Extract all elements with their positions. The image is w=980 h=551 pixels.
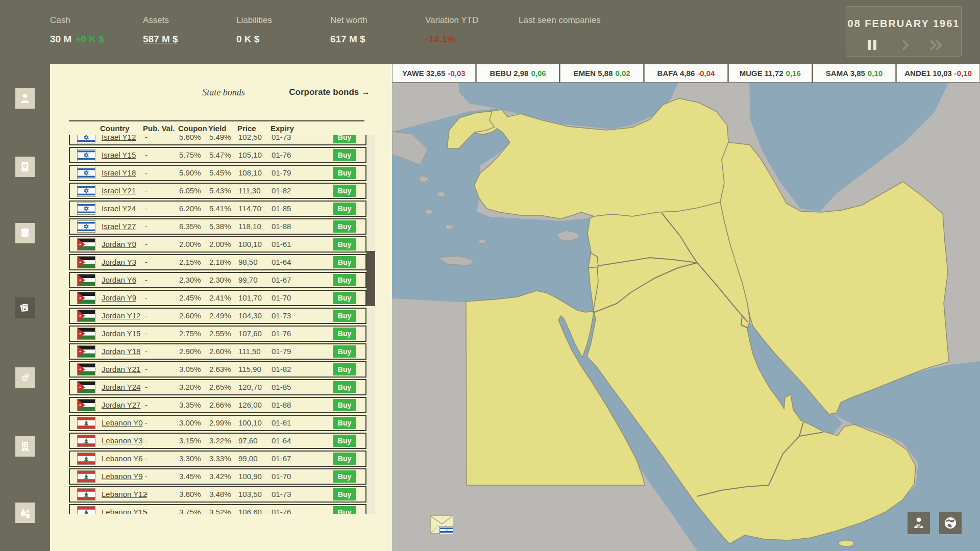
bond-price: 97,60	[238, 434, 258, 448]
bond-price: 108,10	[238, 166, 262, 180]
ticker-change: 0,02	[616, 69, 630, 78]
buy-button[interactable]: Buy	[333, 310, 356, 322]
buy-button[interactable]: Buy	[333, 203, 356, 215]
buy-button[interactable]: Buy	[333, 185, 356, 197]
stat-label: Last seen companies	[519, 15, 601, 26]
bond-country-link[interactable]: Jordan Y3	[102, 255, 136, 269]
bond-price: 105,10	[238, 148, 262, 162]
bond-country-link[interactable]: Jordan Y21	[102, 362, 140, 377]
bond-country-link[interactable]: Jordan Y12	[102, 309, 140, 323]
buy-button[interactable]: Buy	[333, 292, 356, 304]
bond-coupon: 2.45%	[179, 291, 201, 305]
ticker-emen[interactable]: EMEN 5,880,02	[560, 64, 644, 83]
bond-price: 101,70	[238, 291, 262, 305]
buy-button[interactable]: Buy	[333, 506, 356, 514]
bond-pubval: -	[145, 452, 148, 466]
buy-button[interactable]: Buy	[333, 167, 356, 179]
ticker-muge[interactable]: MUGE 11,720,16	[728, 64, 812, 83]
sidebar-item-passport[interactable]	[15, 157, 35, 177]
middle-east-map[interactable]	[392, 83, 980, 551]
buy-button[interactable]: Buy	[333, 381, 356, 393]
buy-button[interactable]: Buy	[333, 256, 356, 268]
sidebar-item-documents[interactable]	[15, 297, 35, 318]
sidebar-item-oil-money[interactable]: $	[15, 503, 35, 523]
bond-country-link[interactable]: Lebanon Y15	[102, 505, 147, 514]
bond-country-link[interactable]: Jordan Y27	[102, 398, 140, 412]
stat-value[interactable]: 587 M $	[143, 34, 178, 45]
bond-expiry: 01-79	[272, 344, 291, 359]
buy-button[interactable]: Buy	[333, 135, 356, 143]
bond-country-link[interactable]: Jordan Y24	[102, 380, 140, 394]
scrollbar-track[interactable]	[366, 135, 375, 514]
buy-button[interactable]: Buy	[333, 399, 356, 411]
buy-button[interactable]: Buy	[333, 220, 356, 233]
bond-country-link[interactable]: Jordan Y9	[102, 291, 136, 305]
bond-expiry: 01-64	[272, 255, 291, 269]
bond-country-link[interactable]: Israel Y18	[102, 166, 136, 180]
buy-button[interactable]: Buy	[333, 328, 356, 340]
investor-mode-button[interactable]: $	[908, 512, 930, 534]
bond-country-link[interactable]: Israel Y24	[102, 202, 136, 216]
jordan-flag-icon	[77, 256, 95, 268]
corporate-bonds-link[interactable]: Corporate bonds →	[289, 87, 370, 97]
bond-country-link[interactable]: Jordan Y15	[102, 327, 140, 341]
jordan-flag-icon	[77, 292, 95, 304]
ticker-change: -0,03	[448, 69, 465, 78]
israel-flag-badge[interactable]: ✡	[439, 526, 453, 534]
stat-value: 30 M+0 K $	[50, 34, 104, 45]
bond-country-link[interactable]: Israel Y15	[102, 148, 136, 162]
play-button[interactable]	[893, 38, 914, 52]
buy-button[interactable]: Buy	[333, 238, 356, 251]
ticker-ande1[interactable]: ANDE1 10,03-0,10	[896, 64, 980, 83]
bond-pubval: -	[145, 219, 148, 234]
lebanon-flag-icon	[77, 435, 95, 447]
buy-button[interactable]: Buy	[333, 488, 356, 500]
ticker-bebu[interactable]: BEBU 2,980,06	[476, 64, 560, 83]
bond-country-link[interactable]: Jordan Y6	[102, 273, 136, 287]
buy-button[interactable]: Buy	[333, 435, 356, 447]
buy-button[interactable]: Buy	[333, 345, 356, 358]
bond-country-link[interactable]: Lebanon Y3	[102, 434, 143, 448]
lebanon-flag-icon	[77, 506, 95, 514]
bond-coupon: 3.15%	[179, 434, 201, 448]
bond-pubval: -	[145, 327, 148, 341]
bond-country-link[interactable]: Lebanon Y9	[102, 469, 143, 484]
bond-pubval: -	[145, 291, 148, 305]
ticker-bafa[interactable]: BAFA 4,86-0,04	[644, 64, 728, 83]
bond-country-link[interactable]: Israel Y21	[102, 184, 136, 198]
bond-country-link[interactable]: Lebanon Y0	[102, 416, 143, 430]
buy-button[interactable]: Buy	[333, 417, 356, 429]
fast-forward-button[interactable]	[924, 38, 944, 52]
buy-button[interactable]: Buy	[333, 149, 356, 161]
buy-button[interactable]: Buy	[333, 470, 356, 483]
buy-button[interactable]: Buy	[333, 453, 356, 465]
scrollbar-thumb[interactable]	[366, 251, 375, 306]
stat-delta: +0 K $	[75, 34, 104, 44]
bond-country-link[interactable]: Israel Y27	[102, 219, 136, 234]
bond-country-link[interactable]: Lebanon Y12	[102, 487, 147, 502]
bond-coupon: 3.30%	[179, 452, 201, 466]
buy-button[interactable]: Buy	[333, 274, 356, 286]
bond-yield: 2.00%	[209, 237, 231, 252]
star-of-david-icon: ✡	[445, 529, 448, 532]
bond-country-link[interactable]: Israel Y12	[102, 135, 136, 144]
sidebar-item-person[interactable]	[15, 88, 35, 109]
bond-country-link[interactable]: Lebanon Y6	[102, 452, 143, 466]
bond-price: 103,50	[238, 487, 262, 502]
sidebar-item-building[interactable]	[15, 436, 35, 457]
lebanon-flag-icon	[77, 453, 95, 465]
ticker-sama[interactable]: SAMA 3,850,10	[813, 64, 896, 83]
bond-country-link[interactable]: Jordan Y0	[102, 237, 136, 252]
bond-yield: 2.99%	[209, 416, 231, 430]
bond-country-link[interactable]: Jordan Y18	[102, 344, 140, 359]
bond-yield: 3.33%	[209, 452, 231, 466]
ticker-symbol-price: EMEN 5,88	[574, 69, 613, 78]
sidebar-item-coins-stack[interactable]	[15, 223, 35, 243]
sidebar-item-gears[interactable]: ⚙⚙	[15, 367, 35, 388]
buy-button[interactable]: Buy	[333, 363, 356, 375]
pause-button[interactable]	[862, 38, 882, 52]
bond-expiry: 01-88	[272, 219, 291, 234]
bond-yield: 2.65%	[209, 380, 231, 394]
world-map-button[interactable]	[939, 512, 962, 534]
ticker-yawe[interactable]: YAWE 32,65-0,03	[392, 64, 476, 83]
